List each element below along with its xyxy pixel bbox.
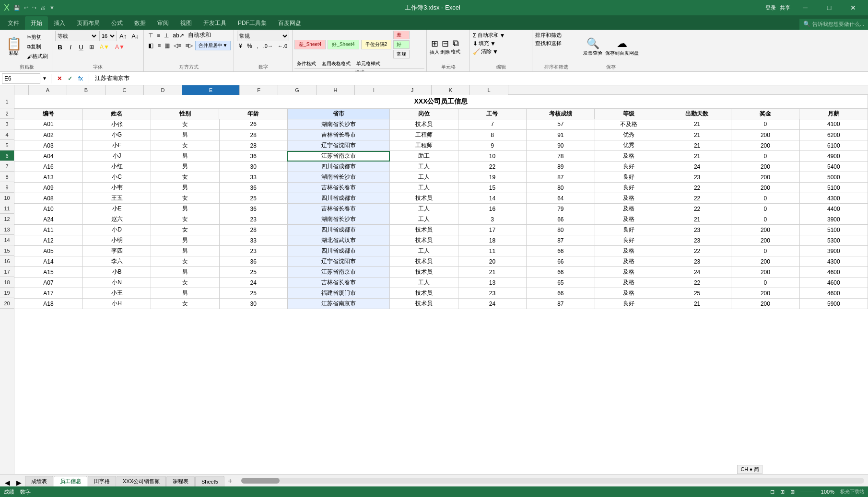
- cell[interactable]: 23: [663, 172, 731, 183]
- cell[interactable]: 小王: [82, 288, 151, 299]
- decrease-font-btn[interactable]: A↓: [129, 32, 141, 41]
- cell[interactable]: 助工: [390, 151, 458, 162]
- cell[interactable]: 22: [663, 246, 731, 256]
- cell[interactable]: A11: [14, 225, 82, 235]
- bottom-align-button[interactable]: ⊥: [163, 32, 170, 39]
- cell[interactable]: 女: [151, 140, 219, 151]
- border-button[interactable]: ⊞: [87, 43, 96, 51]
- cell[interactable]: 工人: [390, 183, 458, 193]
- cell[interactable]: 33: [219, 172, 287, 183]
- cell[interactable]: 福建省厦门市: [287, 288, 390, 299]
- indent-inc-button[interactable]: ≡▷: [184, 42, 194, 49]
- cell[interactable]: 200: [731, 130, 799, 140]
- cell[interactable]: 21: [663, 140, 731, 151]
- cell[interactable]: 女: [151, 225, 219, 235]
- cell[interactable]: 19: [458, 172, 526, 183]
- cell[interactable]: 23: [663, 256, 731, 267]
- row-num-2[interactable]: 2: [0, 108, 14, 119]
- cell[interactable]: 6100: [799, 140, 868, 151]
- row-num-8[interactable]: 8: [0, 172, 14, 182]
- copy-button[interactable]: ⧉ 复制: [25, 42, 50, 51]
- col-header-l[interactable]: L: [470, 85, 508, 95]
- cell[interactable]: 男: [151, 183, 219, 193]
- cell[interactable]: 24: [219, 277, 287, 288]
- style-thousands2[interactable]: 千位分隔2: [361, 40, 392, 49]
- cell[interactable]: 四川省成都市: [287, 193, 390, 204]
- paste-button[interactable]: 📋 粘贴: [4, 35, 24, 59]
- wrap-text-button[interactable]: 自动求和: [187, 31, 212, 40]
- minimize-btn[interactable]: ─: [794, 0, 816, 15]
- autosum-dropdown-icon[interactable]: ▼: [500, 32, 505, 39]
- cell[interactable]: 技术员: [390, 288, 458, 299]
- cell[interactable]: 良好: [595, 162, 663, 172]
- sheet-tab-courses[interactable]: 课程表: [166, 476, 195, 486]
- cell[interactable]: 及格: [595, 267, 663, 277]
- cell[interactable]: 0: [731, 214, 799, 225]
- cell[interactable]: 21: [663, 299, 731, 309]
- cell[interactable]: 200: [731, 256, 799, 267]
- cell[interactable]: 91: [527, 130, 595, 140]
- cell[interactable]: 8: [458, 130, 526, 140]
- cell[interactable]: 及格: [595, 277, 663, 288]
- cell[interactable]: 及格: [595, 214, 663, 225]
- cell[interactable]: 9: [458, 140, 526, 151]
- clear-dropdown-icon[interactable]: ▼: [493, 48, 498, 55]
- cell[interactable]: A03: [14, 140, 82, 151]
- cell[interactable]: A10: [14, 204, 82, 214]
- header-age[interactable]: 年龄: [219, 108, 287, 119]
- cell[interactable]: 四川省成都市: [287, 162, 390, 172]
- cell[interactable]: 四川省成都市: [287, 246, 390, 256]
- cell[interactable]: 200: [731, 267, 799, 277]
- cell[interactable]: 工程师: [390, 140, 458, 151]
- cell[interactable]: 20: [458, 256, 526, 267]
- cell[interactable]: 66: [527, 256, 595, 267]
- insert-cells-btn[interactable]: ⊞ 插入: [430, 38, 439, 56]
- header-level[interactable]: 等级: [595, 108, 663, 119]
- cell[interactable]: A09: [14, 183, 82, 193]
- cell[interactable]: 24: [458, 299, 526, 309]
- number-format-select[interactable]: 常规: [237, 31, 289, 41]
- cell[interactable]: 25: [663, 288, 731, 299]
- cell[interactable]: 小H: [82, 299, 151, 309]
- cell[interactable]: 4600: [799, 277, 868, 288]
- title-cell[interactable]: XXX公司员工信息: [14, 95, 868, 108]
- quick-access-redo[interactable]: ↪: [32, 5, 36, 11]
- sort-filter-btn[interactable]: 排序和筛选: [535, 32, 577, 39]
- col-header-k[interactable]: K: [432, 85, 470, 95]
- row-num-4[interactable]: 4: [0, 129, 14, 140]
- tab-review[interactable]: 审阅: [152, 16, 175, 30]
- cell[interactable]: 江苏省南京市: [287, 151, 390, 162]
- cell[interactable]: A02: [14, 130, 82, 140]
- cell[interactable]: 男: [151, 204, 219, 214]
- cell[interactable]: 小N: [82, 277, 151, 288]
- cell[interactable]: 66: [527, 246, 595, 256]
- cell[interactable]: 王五: [82, 193, 151, 204]
- cell[interactable]: 0: [731, 246, 799, 256]
- left-align-button[interactable]: ◧: [147, 42, 155, 49]
- row-num-9[interactable]: 9: [0, 182, 14, 193]
- cell[interactable]: 技术员: [390, 193, 458, 204]
- cell[interactable]: 22: [663, 277, 731, 288]
- view-page-btn[interactable]: ⊞: [780, 489, 785, 495]
- cell[interactable]: 工人: [390, 172, 458, 183]
- cell[interactable]: A15: [14, 267, 82, 277]
- quick-access-customize[interactable]: ▼: [49, 5, 55, 11]
- cell[interactable]: 辽宁省沈阳市: [287, 256, 390, 267]
- name-box-dropdown[interactable]: ▼: [42, 76, 47, 81]
- cell[interactable]: 小红: [82, 162, 151, 172]
- search-box[interactable]: 🔍 告诉我您想要做什么...: [799, 19, 868, 30]
- sheet-tab-sheet5[interactable]: Sheet5: [195, 476, 224, 486]
- cell[interactable]: 25: [219, 288, 287, 299]
- cell[interactable]: 李四: [82, 246, 151, 256]
- cell[interactable]: 0: [731, 204, 799, 214]
- formula-input[interactable]: [93, 73, 866, 84]
- cell[interactable]: 57: [527, 119, 595, 130]
- cell[interactable]: 4300: [799, 193, 868, 204]
- cell[interactable]: 工程师: [390, 130, 458, 140]
- style-good-sheet4[interactable]: 好_Sheet4: [328, 40, 359, 49]
- header-position[interactable]: 岗位: [390, 108, 458, 119]
- style-bad-sheet4[interactable]: 差_Sheet4: [294, 40, 326, 49]
- cell[interactable]: 0: [731, 193, 799, 204]
- cell[interactable]: 女: [151, 193, 219, 204]
- tab-home[interactable]: 开始: [25, 16, 48, 30]
